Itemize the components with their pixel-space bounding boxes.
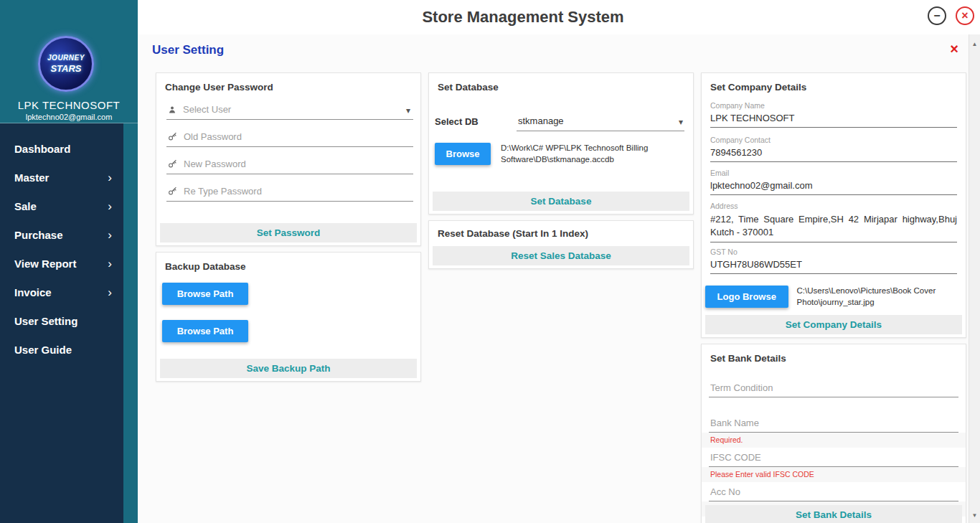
key-icon	[168, 187, 177, 196]
sidebar-item-purchase[interactable]: Purchase ›	[0, 221, 123, 250]
db-path-text: D:\Work\C# WPF\LPK Technosoft Billing So…	[501, 143, 667, 165]
company-contact-value: 7894561230	[710, 147, 957, 158]
save-backup-path-button[interactable]: Save Backup Path	[160, 359, 417, 378]
sidebar-item-user-setting[interactable]: User Setting	[0, 307, 123, 336]
acc-no-field[interactable]: Acc No	[709, 482, 958, 501]
old-password-placeholder: Old Password	[184, 131, 242, 142]
key-icon	[168, 132, 177, 141]
backup-database-title: Backup Database	[156, 253, 420, 272]
company-contact-field[interactable]: Company Contact 7894561230	[710, 136, 957, 162]
vertical-scrollbar[interactable]: ▲ ▼	[969, 34, 980, 523]
chevron-right-icon: ›	[108, 192, 112, 221]
db-dropdown[interactable]: stkmanage ▾	[517, 116, 684, 131]
retype-password-field[interactable]: Re Type Password	[166, 180, 413, 202]
minimize-icon: −	[933, 9, 940, 22]
sidebar-item-label: Invoice	[14, 286, 52, 298]
chevron-right-icon: ›	[108, 221, 112, 250]
set-company-details-button[interactable]: Set Company Details	[705, 315, 962, 334]
sidebar-item-label: Purchase	[14, 229, 63, 241]
browse-path-button-1[interactable]: Browse Path	[162, 283, 248, 305]
bank-name-error: Required.	[702, 433, 966, 448]
new-password-field[interactable]: New Password	[166, 153, 413, 174]
sidebar-item-label: View Report	[14, 258, 76, 270]
chevron-right-icon: ›	[108, 278, 112, 307]
company-email-field[interactable]: Email lpktechno02@gmail.com	[710, 169, 957, 195]
term-condition-field[interactable]: Term Condition	[709, 377, 958, 397]
browse-db-button[interactable]: Browse	[435, 143, 491, 165]
company-gst-label: GST No	[710, 248, 957, 256]
user-icon	[168, 105, 176, 114]
sidebar-item-user-guide[interactable]: User Guide	[0, 336, 123, 364]
company-address-label: Address	[710, 202, 957, 210]
company-details-title: Set Company Details	[702, 73, 966, 93]
browse-path-button-2[interactable]: Browse Path	[162, 320, 248, 342]
sidebar-item-dashboard[interactable]: Dashboard	[0, 135, 123, 164]
logo-text-journey: JOURNEY	[47, 54, 85, 62]
set-password-button[interactable]: Set Password	[160, 223, 417, 242]
app-title: Store Management System	[138, 0, 908, 34]
page-close-button[interactable]: ×	[950, 42, 958, 56]
scroll-up-icon[interactable]: ▲	[969, 39, 980, 50]
company-address-field[interactable]: Address #212, Time Square Empire,SH 42 M…	[710, 202, 957, 242]
logo-text-stars: STARS	[50, 63, 81, 74]
logo-browse-button[interactable]: Logo Browse	[705, 286, 788, 308]
bank-name-field[interactable]: Bank Name	[709, 413, 958, 433]
set-database-button[interactable]: Set Database	[433, 192, 689, 211]
logo-path-text: C:\Users\Lenovo\Pictures\Book Cover Phot…	[797, 286, 957, 308]
company-gst-value: UTGH78U86WD55ET	[710, 259, 957, 270]
key-icon	[168, 159, 177, 169]
reset-database-title: Reset Database (Start In 1 Index)	[429, 221, 693, 239]
select-user-placeholder: Select User	[183, 104, 231, 115]
main-content: User Setting × Change User Password Sele…	[138, 34, 980, 523]
select-user-dropdown[interactable]: Select User ▾	[166, 98, 413, 120]
sidebar-item-label: Dashboard	[14, 143, 70, 155]
sidebar-item-invoice[interactable]: Invoice ›	[0, 278, 123, 307]
titlebar: Store Management System − ×	[138, 0, 980, 34]
ifsc-error: Please Enter valid IFSC CODE	[702, 467, 966, 482]
select-db-label: Select DB	[435, 116, 517, 131]
sidebar-item-sale[interactable]: Sale ›	[0, 192, 123, 221]
company-name-label: Company Name	[710, 101, 957, 110]
set-database-card: Set Database Select DB stkmanage ▾ Brows…	[428, 72, 694, 215]
change-password-title: Change User Password	[156, 73, 420, 93]
chevron-down-icon: ▾	[679, 117, 683, 127]
reset-sales-database-button[interactable]: Reset Sales Database	[433, 246, 689, 265]
sidebar: JOURNEY STARS LPK TECHNOSOFT lpktechno02…	[0, 0, 138, 523]
reset-database-card: Reset Database (Start In 1 Index) Reset …	[428, 220, 694, 269]
page-title: User Setting	[152, 43, 224, 57]
chevron-right-icon: ›	[108, 164, 112, 192]
set-database-title: Set Database	[429, 73, 693, 93]
close-icon: ×	[961, 9, 968, 22]
company-gst-field[interactable]: GST No UTGH78U86WD55ET	[710, 248, 957, 274]
ifsc-field[interactable]: IFSC CODE	[709, 448, 958, 467]
retype-password-placeholder: Re Type Password	[184, 186, 262, 197]
minimize-button[interactable]: −	[928, 6, 946, 25]
change-password-card: Change User Password Select User ▾ Old P…	[156, 72, 421, 246]
sidebar-item-master[interactable]: Master ›	[0, 164, 123, 192]
company-address-value: #212, Time Square Empire,SH 42 Mirjapar …	[710, 213, 957, 238]
company-name-value: LPK TECHNOSOFT	[710, 113, 957, 123]
scroll-down-icon[interactable]: ▼	[969, 510, 980, 522]
close-window-button[interactable]: ×	[956, 6, 974, 25]
company-email-label: Email	[710, 169, 957, 177]
company-details-card: Set Company Details Company Name LPK TEC…	[701, 72, 966, 338]
app-logo: JOURNEY STARS	[38, 36, 94, 92]
sidebar-item-label: Sale	[14, 200, 37, 212]
bank-details-title: Set Bank Details	[702, 344, 966, 364]
sidebar-item-view-report[interactable]: View Report ›	[0, 250, 123, 278]
sidebar-item-label: User Setting	[14, 315, 77, 327]
company-name-field[interactable]: Company Name LPK TECHNOSOFT	[710, 101, 957, 128]
chevron-down-icon: ▾	[406, 105, 410, 116]
chevron-right-icon: ›	[108, 250, 112, 278]
brand-email: lpktechno02@gmail.com	[0, 113, 138, 121]
db-selected-value: stkmanage	[518, 116, 564, 126]
brand-name: LPK TECHNOSOFT	[0, 99, 138, 111]
set-bank-details-button[interactable]: Set Bank Details	[705, 505, 962, 523]
old-password-field[interactable]: Old Password	[166, 126, 413, 147]
sidebar-item-label: Master	[14, 171, 49, 184]
sidebar-menu: Dashboard Master › Sale › Purchase › Vie…	[0, 123, 123, 523]
company-contact-label: Company Contact	[710, 136, 957, 144]
backup-database-card: Backup Database Browse Path Browse Path …	[156, 252, 421, 382]
new-password-placeholder: New Password	[184, 159, 246, 169]
sidebar-item-label: User Guide	[14, 344, 72, 356]
